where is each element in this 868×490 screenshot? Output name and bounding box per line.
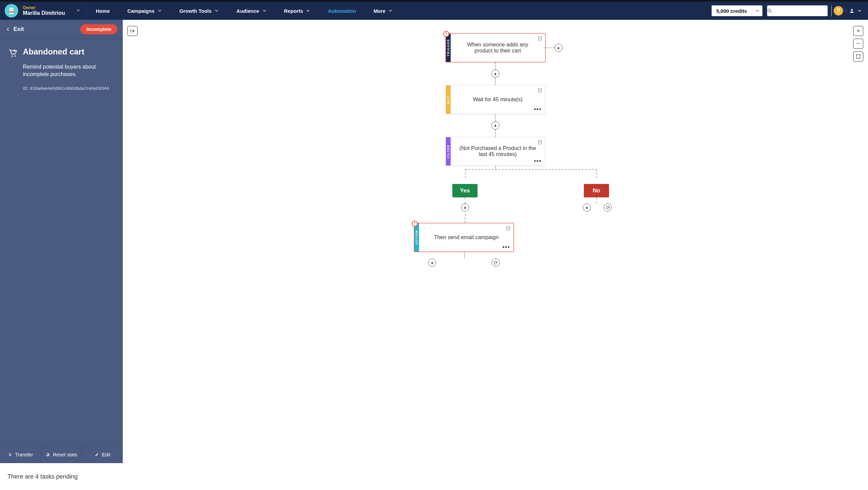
flow-canvas[interactable]: + − ! TRIGGER When someone adds any prod… [123, 20, 868, 490]
help-button[interactable]: ? [834, 6, 843, 16]
nav-more[interactable]: More [365, 2, 402, 20]
chevron-down-icon [857, 8, 862, 13]
note-icon[interactable] [505, 225, 512, 232]
svg-rect-3 [9, 11, 14, 12]
chevron-down-icon [843, 8, 848, 13]
owner-dropdown[interactable] [70, 8, 87, 14]
nav-growth-tools[interactable]: Growth Tools [171, 2, 228, 20]
branch-row: Yes No [368, 184, 623, 197]
sidebar-actions: Transfer Reset stats Edit [0, 446, 123, 463]
nav-home[interactable]: Home [87, 2, 119, 20]
credits-label: 5,000 credits [712, 8, 752, 14]
nav-reports[interactable]: Reports [275, 2, 319, 20]
trigger-node[interactable]: ! TRIGGER When someone adds any product … [445, 33, 546, 62]
transfer-button[interactable]: Transfer [0, 447, 41, 463]
collapse-left-icon [130, 28, 135, 34]
action-text: Then send email campaign [434, 235, 498, 241]
flow-container: ! TRIGGER When someone adds any product … [368, 33, 623, 267]
add-step-button[interactable]: + [491, 121, 499, 129]
workflow-title: Abandoned cart [23, 47, 85, 57]
branch-no[interactable]: No [584, 184, 609, 197]
credits-button[interactable]: 5,000 credits [712, 5, 763, 16]
reset-stats-button[interactable]: Reset stats [41, 447, 82, 463]
transfer-icon [8, 452, 12, 457]
fullscreen-button[interactable] [853, 52, 863, 62]
zoom-in-button[interactable]: + [853, 26, 863, 36]
add-sibling-button[interactable]: + [555, 44, 563, 52]
main-nav: Home Campaigns Growth Tools Audience Rep… [87, 2, 712, 20]
person-icon [849, 8, 855, 13]
add-step-yes-button[interactable]: + [461, 204, 469, 212]
chevron-down-icon [157, 8, 162, 13]
svg-point-4 [768, 9, 771, 12]
note-icon[interactable] [537, 139, 543, 145]
status-pill[interactable]: Incomplete [81, 24, 117, 34]
node-menu-button[interactable]: ••• [534, 106, 542, 112]
credits-dropdown[interactable] [752, 5, 763, 16]
cart-icon [7, 48, 18, 59]
exit-button[interactable]: Exit [5, 26, 24, 33]
node-menu-button[interactable]: ••• [534, 158, 542, 164]
zoom-out-button[interactable]: − [853, 39, 863, 49]
wait-node[interactable]: WAIT Wait for 45 minute(s) ••• [445, 85, 546, 114]
chevron-down-icon [306, 8, 310, 13]
collapse-sidebar-button[interactable] [127, 26, 137, 36]
svg-point-0 [9, 7, 14, 12]
svg-point-2 [12, 9, 13, 10]
account-menu[interactable] [849, 8, 862, 13]
sidebar-header: Exit Incomplete [0, 20, 123, 39]
owner-block: Owner Marilia Dimitriou [23, 2, 70, 20]
sidebar: Exit Incomplete Abandoned cart Remind po… [0, 20, 123, 490]
chevron-down-icon [262, 8, 267, 13]
loop-no-button[interactable] [604, 204, 612, 212]
add-step-button[interactable]: + [491, 70, 499, 78]
workspace: Exit Incomplete Abandoned cart Remind po… [0, 20, 868, 490]
monkey-icon [7, 6, 16, 15]
chevron-down-icon [755, 8, 760, 13]
sidebar-body: Abandoned cart Remind potential buyers a… [0, 39, 123, 446]
nav-audience[interactable]: Audience [228, 2, 275, 20]
nav-automation[interactable]: Automation [319, 2, 365, 20]
add-step-no-button[interactable]: + [583, 204, 591, 212]
branch-yes[interactable]: Yes [452, 184, 477, 197]
filter-text: (Not Purchased a Product in the last 45 … [458, 145, 538, 157]
workflow-description: Remind potential buyers about incomplete… [23, 63, 114, 78]
owner-name: Marilia Dimitriou [23, 10, 67, 16]
node-menu-button[interactable]: ••• [502, 244, 510, 250]
edit-button[interactable]: Edit [82, 447, 123, 463]
nav-campaigns[interactable]: Campaigns [119, 2, 171, 20]
chevron-down-icon [388, 8, 393, 13]
sidebar-footer: There are 4 tasks pending [0, 463, 123, 490]
history-icon [45, 452, 50, 457]
workflow-id: ID: 816a4ae4e0df42c4b0dbda7ce0e09344 [23, 86, 116, 91]
search-input[interactable] [773, 8, 831, 13]
trigger-text: When someone adds any product to their c… [458, 42, 538, 54]
svg-point-7 [14, 56, 16, 57]
expand-icon [856, 54, 861, 59]
filter-node[interactable]: FILTER (Not Purchased a Product in the l… [445, 137, 546, 166]
svg-point-6 [11, 56, 13, 57]
pencil-icon [94, 452, 99, 457]
arrow-left-icon [5, 27, 11, 32]
refresh-icon [606, 206, 610, 210]
search-icon [767, 8, 773, 13]
top-navbar: Owner Marilia Dimitriou Home Campaigns G… [0, 0, 868, 20]
error-badge-icon: ! [412, 221, 418, 227]
chevron-down-icon [214, 8, 219, 13]
note-icon[interactable] [537, 87, 543, 93]
pending-tasks-text: There are 4 tasks pending [7, 473, 78, 480]
chevron-down-icon [76, 8, 81, 13]
refresh-icon [493, 261, 498, 265]
brand-avatar [5, 4, 18, 18]
wait-text: Wait for 45 minute(s) [473, 96, 523, 102]
search-box: All [767, 5, 828, 16]
loop-after-action-button[interactable] [492, 258, 500, 267]
svg-point-1 [10, 9, 11, 10]
action-node[interactable]: ! ACTION Then send email campaign ••• [414, 223, 514, 252]
svg-point-5 [851, 9, 852, 11]
note-icon[interactable] [537, 36, 543, 42]
error-badge-icon: ! [443, 31, 449, 37]
add-step-after-action-button[interactable]: + [428, 258, 436, 267]
owner-label: Owner [23, 5, 67, 10]
